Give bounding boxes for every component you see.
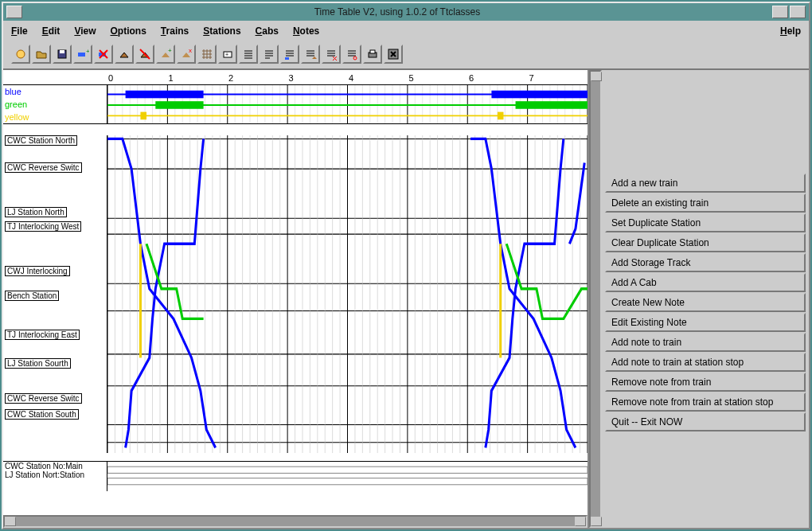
svg-rect-82 xyxy=(491,91,588,99)
train-line[interactable] xyxy=(126,139,204,447)
svg-text:+: + xyxy=(168,48,172,54)
cmd-add-a-new-train[interactable]: Add a new train xyxy=(605,174,806,193)
cmd-add-storage-track[interactable]: Add Storage Track xyxy=(605,253,806,272)
station-label: TJ Interlocking East xyxy=(5,330,80,340)
station-label: CWC Station North xyxy=(5,135,77,146)
work-area: 01234567 bluegreenyellow CWC Station Nor… xyxy=(3,68,809,528)
note-new-icon[interactable] xyxy=(239,45,258,64)
station-label: Bench Station xyxy=(5,291,59,301)
station-delete-icon[interactable]: x xyxy=(177,45,196,64)
ruler-label: 3 xyxy=(289,73,294,83)
cmd-set-duplicate-station[interactable]: Set Duplicate Station xyxy=(605,213,806,232)
cab-panel: bluegreenyellow xyxy=(3,84,588,124)
ruler-label: 4 xyxy=(349,73,353,83)
maximize-button[interactable] xyxy=(790,6,806,18)
stringline-chart[interactable]: CWC Station NorthCWC Reverse SwitcLJ Sta… xyxy=(3,135,588,453)
storage-track-panel: CWC Station No:MainLJ Station Nort:Stati… xyxy=(3,461,588,491)
scroll-right-icon[interactable] xyxy=(575,517,586,526)
svg-rect-3 xyxy=(78,53,85,57)
menu-trains[interactable]: Trains xyxy=(161,25,189,37)
menu-help[interactable]: Help xyxy=(780,25,801,37)
ruler-label: 6 xyxy=(469,73,474,83)
svg-text:+: + xyxy=(86,48,89,55)
ruler-label: 7 xyxy=(529,73,534,83)
cmd-remove-note-from-train-at-station-stop[interactable]: Remove note from train at station stop xyxy=(605,392,806,412)
cab-label-blue: blue xyxy=(5,87,107,96)
station-dup-clear-icon[interactable] xyxy=(135,45,154,64)
station-add-icon[interactable]: + xyxy=(156,45,175,64)
menu-file[interactable]: File xyxy=(11,25,28,37)
svg-rect-13 xyxy=(370,50,375,53)
menu-edit[interactable]: Edit xyxy=(42,25,61,37)
station-dup-set-icon[interactable] xyxy=(115,45,134,64)
svg-rect-85 xyxy=(516,101,588,109)
cmd-edit-existing-note[interactable]: Edit Existing Note xyxy=(605,313,806,332)
station-label: CWC Reverse Switc xyxy=(5,162,82,173)
menu-notes[interactable]: Notes xyxy=(293,25,319,37)
station-label: CWC Reverse Switc xyxy=(5,393,82,404)
ruler-label: 2 xyxy=(228,73,233,83)
toolbar: ++x+ xyxy=(3,41,809,68)
scroll-down-icon[interactable] xyxy=(591,517,602,526)
menu-cabs[interactable]: Cabs xyxy=(256,25,279,37)
open-icon[interactable] xyxy=(32,45,51,64)
cab-add-icon[interactable]: + xyxy=(218,45,237,64)
quit-icon[interactable] xyxy=(384,45,403,64)
time-ruler: 01234567 xyxy=(3,70,588,84)
cmd-add-a-cab[interactable]: Add A Cab xyxy=(605,273,806,292)
print-icon[interactable] xyxy=(363,45,382,64)
scroll-thumb[interactable] xyxy=(16,517,575,526)
svg-rect-2 xyxy=(60,50,64,53)
window-title: Time Table V2, using 1.0.2 of Ttclasses xyxy=(314,6,481,18)
ruler-label: 5 xyxy=(409,73,414,83)
cmd-delete-an-existing-train[interactable]: Delete an existing train xyxy=(605,193,806,213)
svg-rect-165 xyxy=(107,478,588,485)
note-remove-train-icon[interactable] xyxy=(322,45,341,64)
svg-rect-10 xyxy=(285,57,289,60)
cmd-remove-note-from-train[interactable]: Remove note from train xyxy=(605,373,806,392)
cmd-create-new-note[interactable]: Create New Note xyxy=(605,293,806,312)
note-remove-stop-icon[interactable] xyxy=(342,45,361,64)
svg-rect-81 xyxy=(126,91,204,99)
svg-rect-84 xyxy=(155,101,203,109)
train-delete-icon[interactable] xyxy=(94,45,113,64)
station-label: LJ Station Sourth xyxy=(5,358,71,369)
window-menu-button[interactable] xyxy=(6,6,22,18)
storage-track-label: CWC Station No:Main xyxy=(5,462,107,470)
cmd-clear-duplicate-station[interactable]: Clear Duplicate Station xyxy=(605,233,806,252)
minimize-button[interactable] xyxy=(772,6,788,18)
cmd-add-note-to-train-at-station-stop[interactable]: Add note to train at station stop xyxy=(605,353,806,372)
scroll-left-icon[interactable] xyxy=(5,517,16,526)
storage-track-label: LJ Station Nort:Station xyxy=(5,470,107,479)
chart-zone: 01234567 bluegreenyellow CWC Station Nor… xyxy=(3,70,589,528)
station-label: LJ Station North xyxy=(5,207,67,217)
svg-text:+: + xyxy=(225,52,228,57)
note-add-train-icon[interactable] xyxy=(280,45,299,64)
menubar: File Edit View Options Trains Stations C… xyxy=(3,21,809,41)
new-icon[interactable] xyxy=(11,45,30,64)
ruler-label: 0 xyxy=(108,73,113,83)
note-edit-icon[interactable] xyxy=(260,45,279,64)
train-add-icon[interactable]: + xyxy=(73,45,92,64)
vertical-scrollbar[interactable] xyxy=(589,70,602,528)
horizontal-scrollbar[interactable] xyxy=(3,515,588,528)
train-line[interactable] xyxy=(486,139,564,447)
svg-point-11 xyxy=(353,57,357,60)
station-label: CWJ Interlocking xyxy=(5,266,70,276)
cmd-add-note-to-train[interactable]: Add note to train xyxy=(605,333,806,352)
train-line[interactable] xyxy=(569,163,584,244)
station-label: CWC Station South xyxy=(5,409,79,420)
menu-view[interactable]: View xyxy=(74,25,96,37)
save-icon[interactable] xyxy=(53,45,72,64)
menu-options[interactable]: Options xyxy=(111,25,146,37)
cab-label-yellow: yellow xyxy=(5,112,107,122)
cmd-quit-exit-now[interactable]: Quit -- Exit NOW xyxy=(605,412,806,431)
storage-track-icon[interactable] xyxy=(197,45,217,64)
svg-point-0 xyxy=(17,50,25,58)
menu-stations[interactable]: Stations xyxy=(203,25,240,37)
station-label: TJ Interlocking West xyxy=(5,221,81,232)
scroll-thumb-v[interactable] xyxy=(591,81,600,517)
note-add-stop-icon[interactable] xyxy=(301,45,320,64)
train-line[interactable] xyxy=(506,244,588,318)
scroll-up-icon[interactable] xyxy=(591,72,602,81)
